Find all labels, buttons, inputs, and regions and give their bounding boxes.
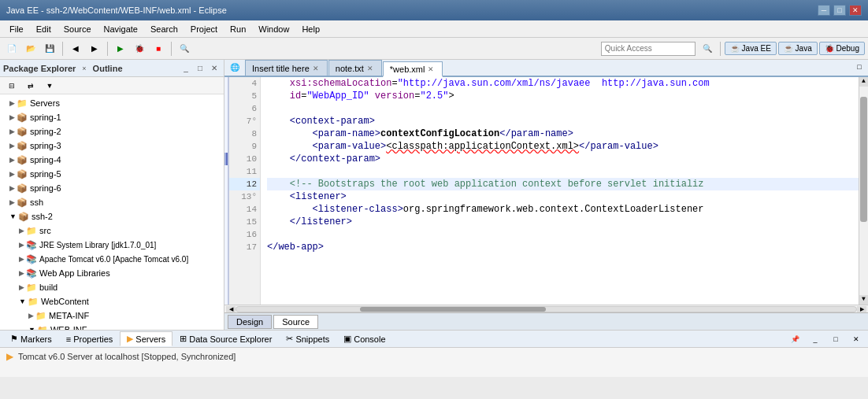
bottom-panel-max-btn[interactable]: □ xyxy=(827,331,844,348)
tb-debug[interactable]: 🐞 xyxy=(131,40,148,57)
tb-new[interactable]: 📄 xyxy=(3,40,20,57)
tree-arrow[interactable]: ▶ xyxy=(19,255,24,263)
design-tab[interactable]: Design xyxy=(228,315,272,329)
source-tab[interactable]: Source xyxy=(273,315,318,329)
tab-properties[interactable]: ≡ Properties xyxy=(59,332,121,346)
code-editor[interactable]: 4 5 6 7° 8 9 10 11 12 13° 14 15 16 17 xs… xyxy=(224,77,868,305)
menu-project[interactable]: Project xyxy=(184,23,224,35)
tree-item-src[interactable]: ▶ 📁 src xyxy=(0,224,224,238)
tree-arrow[interactable]: ▶ xyxy=(9,170,15,178)
scrollbar-thumb[interactable] xyxy=(360,307,546,312)
tree-arrow[interactable]: ▶ xyxy=(9,184,15,192)
tb-open[interactable]: 📂 xyxy=(22,40,39,57)
quick-access-input[interactable] xyxy=(601,42,696,56)
panel-minimize-btn[interactable]: _ xyxy=(180,62,192,75)
tree-arrow[interactable]: ▶ xyxy=(9,198,15,206)
tb-fwd[interactable]: ▶ xyxy=(86,40,103,57)
tree-item-build[interactable]: ▶ 📁 build xyxy=(0,280,224,294)
tree-arrow[interactable]: ▶ xyxy=(9,99,15,107)
code-area[interactable]: xsi:schemaLocation="http://java.sun.com/… xyxy=(261,77,859,305)
menu-help[interactable]: Help xyxy=(295,23,326,35)
markers-icon: ⚑ xyxy=(10,334,18,344)
tab-insert-title[interactable]: Insert title here ✕ xyxy=(245,60,328,76)
tab-markers[interactable]: ⚑ Markers xyxy=(3,331,59,346)
scroll-thumb[interactable] xyxy=(860,97,867,222)
tree-item-tomcat[interactable]: ▶ 📚 Apache Tomcat v6.0 [Apache Tomcat v6… xyxy=(0,252,224,266)
tree-item-metainf[interactable]: ▶ 📁 META-INF xyxy=(0,308,224,323)
editor-nav-icon[interactable]: 🌐 xyxy=(226,60,243,76)
tree-item-spring1[interactable]: ▶ 📦 spring-1 xyxy=(0,110,224,124)
tab-snippets[interactable]: ✂ Snippets xyxy=(279,331,336,346)
tree-arrow[interactable]: ▶ xyxy=(19,269,24,277)
minimize-button[interactable]: ─ xyxy=(818,5,830,16)
tree-item-webapplibs[interactable]: ▶ 📚 Web App Libraries xyxy=(0,266,224,280)
scroll-right-btn[interactable]: ▶ xyxy=(857,306,866,312)
tree-arrow[interactable]: ▼ xyxy=(9,212,17,220)
vertical-scrollbar[interactable]: ▲ ▼ xyxy=(859,77,868,305)
tab-close-btn[interactable]: ✕ xyxy=(428,65,434,73)
link-editor-btn[interactable]: ⇄ xyxy=(22,77,39,94)
horizontal-scrollbar[interactable]: ◀ ▶ xyxy=(224,305,868,312)
menu-source[interactable]: Source xyxy=(57,23,98,35)
tb-back[interactable]: ◀ xyxy=(67,40,84,57)
tab-notetxt[interactable]: note.txt ✕ xyxy=(328,60,382,76)
scroll-left-btn[interactable]: ◀ xyxy=(226,306,236,312)
tab-servers[interactable]: ▶ Servers xyxy=(120,331,172,346)
scroll-track[interactable] xyxy=(859,87,868,295)
scroll-up-btn[interactable]: ▲ xyxy=(859,77,868,87)
tree-item-spring3[interactable]: ▶ 📦 spring-3 xyxy=(0,139,224,153)
tree-arrow[interactable]: ▼ xyxy=(19,297,26,305)
tree-item-ssh[interactable]: ▶ 📦 ssh xyxy=(0,195,224,209)
tree-item-spring2[interactable]: ▶ 📦 spring-2 xyxy=(0,124,224,139)
tree-item-jre[interactable]: ▶ 📚 JRE System Library [jdk1.7.0_01] xyxy=(0,238,224,252)
scroll-down-btn[interactable]: ▼ xyxy=(859,295,868,305)
tree-arrow[interactable]: ▶ xyxy=(9,127,15,135)
tab-webxml[interactable]: *web.xml ✕ xyxy=(383,61,443,77)
panel-close-btn[interactable]: ✕ xyxy=(208,62,221,75)
bottom-panel-pin-btn[interactable]: 📌 xyxy=(786,331,803,348)
tree-item-webinf[interactable]: ▼ 📁 WEB-INF xyxy=(0,323,224,330)
tb-save[interactable]: 💾 xyxy=(41,40,58,57)
tree-menu-btn[interactable]: ▼ xyxy=(41,77,58,94)
bottom-panel-min-btn[interactable]: _ xyxy=(807,331,824,348)
perspective-debug[interactable]: 🐞 Debug xyxy=(819,42,865,55)
tree-arrow[interactable]: ▶ xyxy=(9,113,15,121)
tree-item-spring4[interactable]: ▶ 📦 spring-4 xyxy=(0,153,224,167)
tree-arrow[interactable]: ▶ xyxy=(28,312,34,320)
tree-arrow[interactable]: ▶ xyxy=(9,142,15,150)
panel-maximize-btn[interactable]: □ xyxy=(194,62,206,75)
tree-item-webcontent[interactable]: ▼ 📁 WebContent xyxy=(0,294,224,308)
tree-item-servers[interactable]: ▶ 📁 Servers xyxy=(0,96,224,110)
tab-close-btn[interactable]: ✕ xyxy=(313,65,319,72)
collapse-all-btn[interactable]: ⊟ xyxy=(3,77,20,94)
tree-item-ssh2[interactable]: ▼ 📦 ssh-2 xyxy=(0,209,224,224)
tb-stop[interactable]: ■ xyxy=(150,40,167,57)
menu-run[interactable]: Run xyxy=(224,23,252,35)
menu-search[interactable]: Search xyxy=(144,23,184,35)
tree-arrow[interactable]: ▶ xyxy=(19,241,24,249)
tb-run[interactable]: ▶ xyxy=(112,40,129,57)
tb-search[interactable]: 🔍 xyxy=(176,40,193,57)
menu-file[interactable]: File xyxy=(3,23,30,35)
line-num-5: 5 xyxy=(229,90,260,102)
editor-max-btn[interactable]: □ xyxy=(851,60,868,76)
maximize-button[interactable]: □ xyxy=(833,5,846,16)
menu-window[interactable]: Window xyxy=(252,23,295,35)
perspective-java[interactable]: ☕ Java xyxy=(778,42,818,55)
bottom-panel-close-btn[interactable]: ✕ xyxy=(848,331,865,348)
tree-arrow[interactable]: ▶ xyxy=(19,283,24,291)
quick-access-icon[interactable]: 🔍 xyxy=(699,40,716,57)
menu-navigate[interactable]: Navigate xyxy=(98,23,144,35)
perspective-javaee[interactable]: ☕ Java EE xyxy=(725,42,777,55)
tab-datasource[interactable]: ⊞ Data Source Explorer xyxy=(172,331,279,346)
tree-item-spring5[interactable]: ▶ 📦 spring-5 xyxy=(0,167,224,181)
tree-arrow[interactable]: ▶ xyxy=(9,156,15,164)
tab-close-btn[interactable]: ✕ xyxy=(367,65,373,72)
menu-edit[interactable]: Edit xyxy=(30,23,57,35)
tab-console[interactable]: ▣ Console xyxy=(336,331,392,346)
tree-arrow[interactable]: ▶ xyxy=(19,227,24,235)
tree-arrow[interactable]: ▼ xyxy=(28,326,35,330)
close-button[interactable]: ✕ xyxy=(849,5,862,16)
tree-item-spring6[interactable]: ▶ 📦 spring-6 xyxy=(0,181,224,195)
scrollbar-track[interactable] xyxy=(236,306,857,312)
